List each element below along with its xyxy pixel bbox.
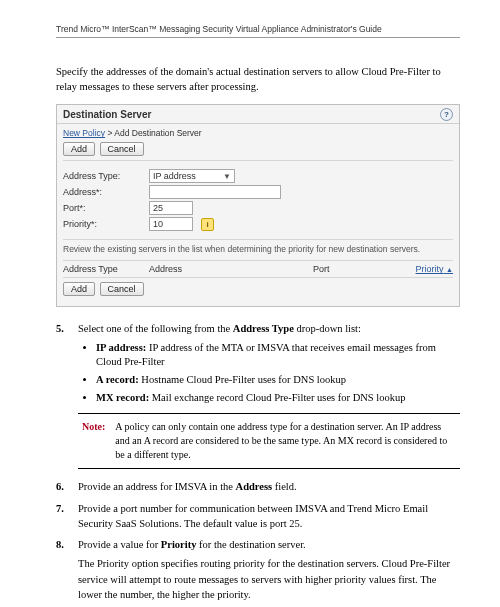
sort-asc-icon: ▲	[446, 266, 453, 273]
col-port: Port	[313, 264, 393, 274]
breadcrumb: New Policy > Add Destination Server	[63, 128, 453, 138]
form-area: Address Type: IP address ▼ Address*: Por…	[63, 160, 453, 240]
bullet-ip-address: IP address: IP address of the MTA or IMS…	[96, 341, 460, 370]
address-type-select[interactable]: IP address ▼	[149, 169, 235, 183]
table-header: Address Type Address Port Priority ▲	[63, 261, 453, 278]
bullet-mx-record: MX record: Mail exchange record Cloud Pr…	[96, 391, 460, 406]
cancel-button-bottom[interactable]: Cancel	[100, 282, 144, 296]
breadcrumb-current: Add Destination Server	[114, 128, 201, 138]
chevron-down-icon: ▼	[223, 172, 231, 181]
label-address: Address*:	[63, 187, 141, 197]
note-box: Note: A policy can only contain one addr…	[78, 413, 460, 469]
note-label: Note:	[82, 420, 105, 462]
priority-hint: Review the existing servers in the list …	[63, 240, 453, 261]
col-address: Address	[149, 264, 313, 274]
note-text: A policy can only contain one address ty…	[115, 420, 456, 462]
col-address-type: Address Type	[63, 264, 149, 274]
add-button[interactable]: Add	[63, 142, 95, 156]
address-type-value: IP address	[153, 171, 196, 181]
port-input[interactable]: 25	[149, 201, 193, 215]
help-icon[interactable]: ?	[440, 108, 453, 121]
add-button-bottom[interactable]: Add	[63, 282, 95, 296]
cancel-button[interactable]: Cancel	[100, 142, 144, 156]
running-head: Trend Micro™ InterScan™ Messaging Securi…	[56, 24, 460, 38]
priority-input[interactable]: 10	[149, 217, 193, 231]
label-priority: Priority*:	[63, 219, 141, 229]
step-7: Provide a port number for communication …	[56, 501, 460, 531]
col-priority[interactable]: Priority ▲	[393, 264, 453, 274]
intro-paragraph: Specify the addresses of the domain's ac…	[56, 64, 460, 94]
label-address-type: Address Type:	[63, 171, 141, 181]
step-6: Provide an address for IMSVA in the Addr…	[56, 479, 460, 494]
bullet-a-record: A record: Hostname Cloud Pre-Filter uses…	[96, 373, 460, 388]
address-input[interactable]	[149, 185, 281, 199]
panel-title: Destination Server	[63, 109, 151, 120]
step-8: Provide a value for Priority for the des…	[56, 537, 460, 602]
step-8-para: The Priority option specifies routing pr…	[78, 556, 460, 602]
destination-server-figure: Destination Server ? New Policy > Add De…	[56, 104, 460, 307]
breadcrumb-link-new-policy[interactable]: New Policy	[63, 128, 105, 138]
step-5: Select one of the following from the Add…	[56, 321, 460, 405]
info-icon[interactable]: i	[201, 218, 214, 231]
label-port: Port*:	[63, 203, 141, 213]
